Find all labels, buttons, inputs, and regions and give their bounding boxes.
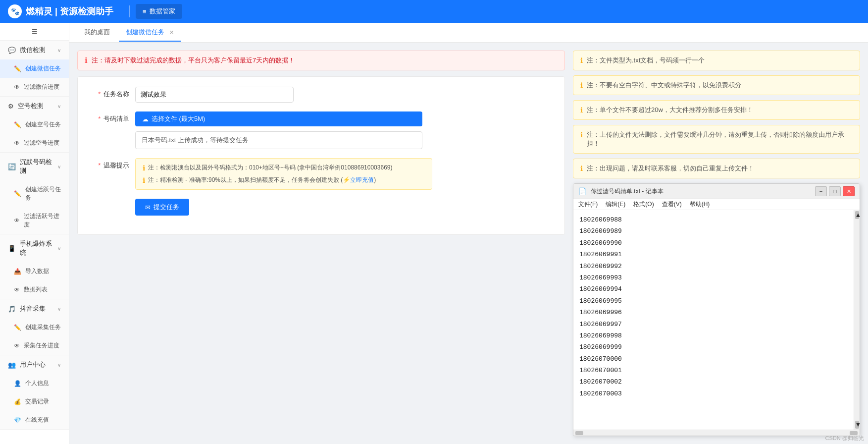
sidebar-item-transaction[interactable]: 💰 交易记录 [0, 392, 69, 411]
sidebar-item-personal-info[interactable]: 👤 个人信息 [0, 374, 69, 392]
notepad-title: 📄 你过滤号码清单.txt - 记事本 [578, 187, 664, 196]
form-row-number-list: * 号码清单 ☁ 选择文件 (最大5M) 日本号码.txt 上传成功，等待提交任… [90, 111, 553, 149]
file-name-text: 日本号码.txt 上传成功，等待提交任务 [142, 136, 249, 144]
sidebar-item-phone-system[interactable]: 📱 手机爆炸系统 ∨ [0, 234, 69, 262]
create-active-icon: ✏️ [14, 190, 21, 197]
filter-wechat-label: 过滤微信进度 [24, 83, 59, 91]
task-name-required: * [98, 90, 101, 98]
alert-icon: ℹ [85, 56, 88, 65]
wechat-icon: 💬 [8, 47, 16, 54]
notepad-line: 18026069995 [579, 295, 848, 307]
phone-icon: 📱 [8, 245, 16, 252]
tip1-text: 注：检测港澳台以及国外号码格式为：010+地区号+号码 (拿中国台湾举例0108… [148, 164, 392, 172]
notepad-menu-view[interactable]: 查看(V) [662, 200, 682, 209]
notepad-menu-file[interactable]: 文件(F) [578, 200, 598, 209]
tabs-bar: 我的桌面 创建微信任务 ✕ [69, 23, 868, 43]
brand-name: 燃精灵 | 资源检测助手 [26, 5, 113, 17]
note5-icon: ℹ [580, 165, 583, 172]
collect-progress-label: 采集任务进度 [24, 341, 59, 350]
notepad-minimize-button[interactable]: − [815, 186, 827, 196]
sidebar: ☰ 💬 微信检测 ∨ ✏️ 创建微信任务 👁 过滤微信进度 [0, 23, 69, 444]
sidebar-item-tiktok-collect[interactable]: 🎵 抖音采集 ∨ [0, 299, 69, 318]
notepad-maximize-button[interactable]: □ [829, 186, 841, 196]
notepad-scrollbar-left[interactable] [575, 431, 583, 435]
data-list-icon: 👁 [14, 286, 20, 293]
sidebar-sub-user: 👤 个人信息 💰 交易记录 💎 在线充值 [0, 374, 69, 429]
sidebar-sub-zombie: ✏️ 创建活跃号任务 👁 过滤活跃号进度 [0, 180, 69, 234]
notepad-line: 18026069994 [579, 283, 848, 295]
sidebar-item-recharge[interactable]: 💎 在线充值 [0, 411, 69, 429]
sidebar-toggle[interactable]: ☰ [0, 23, 69, 41]
recharge-link[interactable]: ⚡立即充值 [343, 176, 374, 183]
watermark: CSDN @归临光 [825, 435, 864, 442]
tab-my-desktop[interactable]: 我的桌面 [77, 24, 117, 42]
sidebar-item-create-wechat-task[interactable]: ✏️ 创建微信任务 [0, 59, 69, 78]
notepad-line: 18026070003 [579, 388, 848, 399]
notepad-window: 📄 你过滤号码清单.txt - 记事本 − □ ✕ 文件(F) 编辑(E) 格式… [573, 183, 860, 436]
note1-icon: ℹ [580, 56, 583, 64]
notepad-menu-format[interactable]: 格式(O) [633, 200, 654, 209]
transaction-label: 交易记录 [25, 397, 49, 406]
wechat-arrow: ∨ [57, 48, 61, 53]
sidebar-item-import-data[interactable]: 📥 导入数据 [0, 262, 69, 280]
tip1-icon: ℹ [143, 164, 145, 172]
sidebar-item-wechat-check[interactable]: 💬 微信检测 ∨ [0, 41, 69, 59]
file-info-box: 日本号码.txt 上传成功，等待提交任务 [135, 131, 422, 149]
note4-icon: ℹ [580, 131, 583, 139]
phone-label: 手机爆炸系统 [20, 239, 53, 257]
note2-text: 注：不要有空白字符、中文或特殊字符，以免浪费积分 [587, 81, 741, 90]
filter-active-label: 过滤活跃号进度 [24, 212, 61, 229]
notepad-line: 18026069998 [579, 330, 848, 341]
tip2-text: 注：精准检测 - 准确率:90%以上，如果扫描额度不足，任务将会创建失败 (⚡立… [148, 176, 376, 184]
note5-text: 注：出现问题，请及时联系客服，切勿自己重复上传文件！ [587, 164, 754, 173]
sidebar-item-create-collect-task[interactable]: ✏️ 创建采集任务 [0, 318, 69, 336]
zombie-icon: 🔄 [8, 163, 16, 170]
empty-arrow: ∨ [57, 104, 61, 109]
tab-close-icon[interactable]: ✕ [169, 29, 174, 35]
sidebar-item-zombie-check[interactable]: 🔄 沉默号码检测 ∨ [0, 153, 69, 180]
zombie-label: 沉默号码检测 [20, 158, 53, 175]
sidebar-item-user-center[interactable]: 👥 用户中心 ∨ [0, 355, 69, 374]
notepad-scrollbar-down[interactable]: ▼ [855, 421, 859, 429]
notepad-scrollbar-up[interactable]: ▲ [855, 211, 859, 219]
notepad-line: 18026069989 [579, 225, 848, 237]
sidebar-item-filter-empty-progress[interactable]: 👁 过滤空号进度 [0, 134, 69, 152]
tips-required: * [98, 162, 101, 169]
notepad-menu-help[interactable]: 帮助(H) [690, 200, 710, 209]
sidebar-item-filter-active-progress[interactable]: 👁 过滤活跃号进度 [0, 207, 69, 234]
sidebar-item-create-active-task[interactable]: ✏️ 创建活跃号任务 [0, 180, 69, 207]
user-center-label: 用户中心 [20, 360, 46, 369]
phone-arrow: ∨ [57, 246, 61, 251]
filter-wechat-icon: 👁 [14, 84, 20, 91]
filter-active-icon: 👁 [14, 217, 20, 224]
recharge-icon: 💎 [14, 417, 21, 424]
number-list-label: * 号码清单 [90, 111, 129, 123]
sidebar-item-data-list[interactable]: 👁 数据列表 [0, 280, 69, 299]
navbar-menu-button[interactable]: ≡ 数据管家 [136, 4, 182, 19]
sidebar-sub-wechat: ✏️ 创建微信任务 👁 过滤微信进度 [0, 59, 69, 96]
notepad-line: 18026069988 [579, 214, 848, 225]
submit-button[interactable]: ✉ 提交任务 [135, 199, 189, 216]
create-collect-label: 创建采集任务 [25, 323, 61, 332]
wechat-label: 微信检测 [20, 46, 46, 55]
notepad-line: 18026069996 [579, 307, 848, 318]
data-list-label: 数据列表 [24, 285, 48, 294]
sidebar-item-collect-progress[interactable]: 👁 采集任务进度 [0, 336, 69, 355]
notepad-close-button[interactable]: ✕ [843, 186, 855, 196]
task-name-input[interactable] [135, 87, 294, 103]
form-row-tips: * 温馨提示 ℹ 注：检测港澳台以及国外号码格式为：010+地区号+号码 (拿中… [90, 158, 553, 190]
upload-button[interactable]: ☁ 选择文件 (最大5M) [135, 111, 422, 126]
tiktok-icon: 🎵 [8, 305, 16, 313]
upload-button-label: 选择文件 (最大5M) [152, 114, 205, 123]
sidebar-sub-tiktok: ✏️ 创建采集任务 👁 采集任务进度 [0, 318, 69, 355]
create-empty-label: 创建空号任务 [25, 120, 61, 129]
sidebar-item-filter-wechat-progress[interactable]: 👁 过滤微信进度 [0, 78, 69, 96]
form-card: * 任务名称 * 号码清单 ☁ [77, 76, 565, 235]
sidebar-item-empty-check[interactable]: ⚙ 空号检测 ∨ [0, 97, 69, 115]
notepad-menu-edit[interactable]: 编辑(E) [606, 200, 625, 209]
notepad-menubar: 文件(F) 编辑(E) 格式(O) 查看(V) 帮助(H) [573, 199, 860, 210]
tab-create-wechat-task[interactable]: 创建微信任务 ✕ [119, 24, 181, 42]
personal-info-icon: 👤 [14, 380, 21, 387]
submit-button-label: 提交任务 [153, 203, 179, 212]
sidebar-item-create-empty-task[interactable]: ✏️ 创建空号任务 [0, 115, 69, 134]
